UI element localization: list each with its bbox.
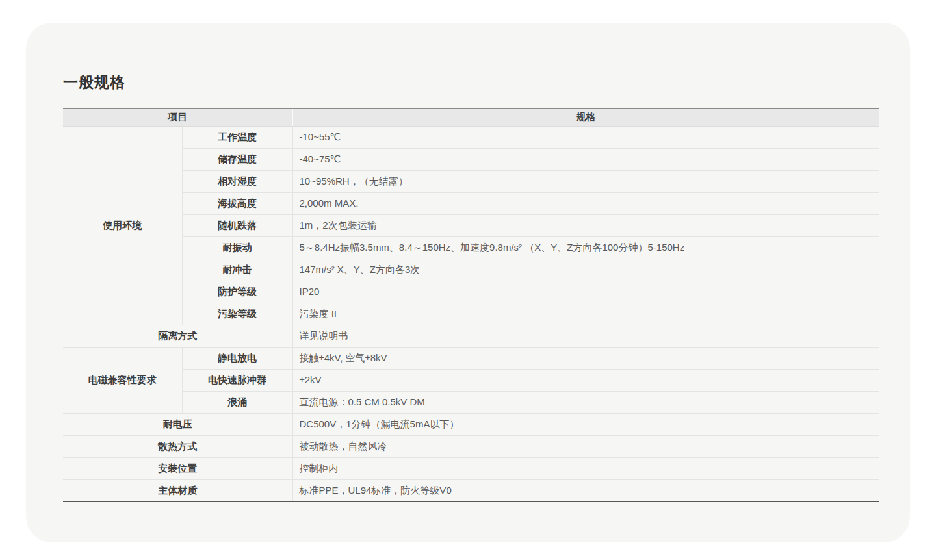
spec-value-cell: 被动散热，自然风冷 (292, 435, 879, 457)
column-header-spec: 规格 (292, 108, 879, 126)
table-row: 防护等级IP20 (63, 281, 879, 303)
item-group-cell: 使用环境 (63, 126, 182, 325)
table-header: 项目 规格 (63, 108, 879, 126)
spec-value-cell: -10~55℃ (292, 126, 879, 148)
item-label-cell: 相对湿度 (182, 170, 292, 192)
spec-value-cell: 标准PPE，UL94标准，防火等级V0 (292, 479, 879, 502)
page: 一般规格 项目 规格 使用环境工作温度-10~55℃储存温度-40~75℃相对湿… (0, 0, 936, 560)
spec-value-cell: 10~95%RH，（无结露） (292, 170, 879, 192)
item-label-cell: 污染等级 (182, 303, 292, 325)
item-label-cell: 防护等级 (182, 281, 292, 303)
item-label-cell: 工作温度 (182, 126, 292, 148)
table-row: 电快速脉冲群±2kV (63, 369, 879, 391)
spec-card: 一般规格 项目 规格 使用环境工作温度-10~55℃储存温度-40~75℃相对湿… (26, 23, 910, 542)
item-label-cell: 电快速脉冲群 (182, 369, 292, 391)
item-group-cell: 电磁兼容性要求 (63, 347, 182, 413)
spec-value-cell: IP20 (292, 281, 879, 303)
spec-value-cell: ±2kV (292, 369, 879, 391)
item-label-cell: 随机跌落 (182, 214, 292, 236)
spec-value-cell: 1m，2次包装运输 (292, 214, 879, 236)
table-row: 海拔高度2,000m MAX. (63, 192, 879, 214)
table-row: 隔离方式详见说明书 (63, 325, 879, 347)
spec-value-cell: 控制柜内 (292, 457, 879, 479)
spec-value-cell: 污染度 II (292, 303, 879, 325)
spec-table: 项目 规格 使用环境工作温度-10~55℃储存温度-40~75℃相对湿度10~9… (63, 108, 879, 502)
column-header-item: 项目 (63, 108, 292, 126)
spec-value-cell: 147m/s² X、Y、Z方向各3次 (292, 259, 879, 281)
spec-value-cell: 5～8.4Hz振幅3.5mm、8.4～150Hz、加速度9.8m/s² （X、Y… (292, 236, 879, 259)
table-row: 耐电压DC500V，1分钟（漏电流5mA以下） (63, 413, 879, 435)
table-header-row: 项目 规格 (63, 108, 879, 126)
item-label-cell: 主体材质 (63, 479, 292, 502)
spec-value-cell: 详见说明书 (292, 325, 879, 347)
item-label-cell: 耐电压 (63, 413, 292, 435)
item-label-cell: 海拔高度 (182, 192, 292, 214)
table-row: 安装位置控制柜内 (63, 457, 879, 479)
item-label-cell: 浪涌 (182, 391, 292, 413)
item-label-cell: 储存温度 (182, 148, 292, 170)
item-label-cell: 耐振动 (182, 236, 292, 259)
table-row: 储存温度-40~75℃ (63, 148, 879, 170)
table-row: 污染等级污染度 II (63, 303, 879, 325)
spec-value-cell: 接触±4kV, 空气±8kV (292, 347, 879, 369)
table-row: 相对湿度10~95%RH，（无结露） (63, 170, 879, 192)
table-row: 散热方式被动散热，自然风冷 (63, 435, 879, 457)
table-row: 主体材质标准PPE，UL94标准，防火等级V0 (63, 479, 879, 502)
table-body: 使用环境工作温度-10~55℃储存温度-40~75℃相对湿度10~95%RH，（… (63, 126, 879, 502)
item-label-cell: 耐冲击 (182, 259, 292, 281)
item-label-cell: 散热方式 (63, 435, 292, 457)
spec-value-cell: 2,000m MAX. (292, 192, 879, 214)
table-row: 使用环境工作温度-10~55℃ (63, 126, 879, 148)
table-row: 耐振动5～8.4Hz振幅3.5mm、8.4～150Hz、加速度9.8m/s² （… (63, 236, 879, 259)
item-label-cell: 隔离方式 (63, 325, 292, 347)
spec-value-cell: -40~75℃ (292, 148, 879, 170)
spec-value-cell: 直流电源：0.5 CM 0.5kV DM (292, 391, 879, 413)
table-row: 浪涌直流电源：0.5 CM 0.5kV DM (63, 391, 879, 413)
spec-value-cell: DC500V，1分钟（漏电流5mA以下） (292, 413, 879, 435)
item-label-cell: 静电放电 (182, 347, 292, 369)
page-title: 一般规格 (63, 73, 873, 91)
table-row: 随机跌落1m，2次包装运输 (63, 214, 879, 236)
item-label-cell: 安装位置 (63, 457, 292, 479)
table-row: 电磁兼容性要求静电放电接触±4kV, 空气±8kV (63, 347, 879, 369)
table-row: 耐冲击147m/s² X、Y、Z方向各3次 (63, 259, 879, 281)
